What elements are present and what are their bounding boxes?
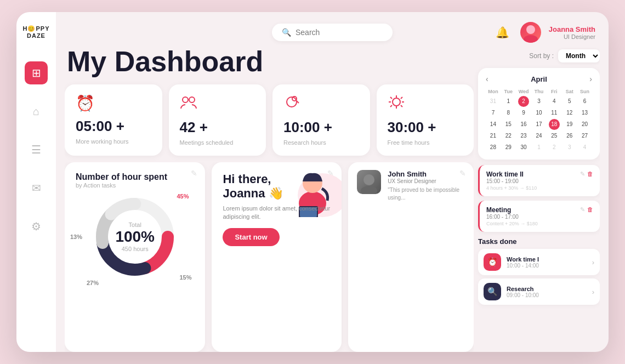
cal-day-header: Thu: [532, 88, 547, 95]
calendar-day[interactable]: 31: [486, 96, 501, 107]
chevron-icon[interactable]: ›: [592, 258, 594, 266]
calendar-day[interactable]: 30: [516, 142, 531, 153]
calendar-day[interactable]: 26: [562, 130, 577, 141]
profile-edit-icon[interactable]: ✎: [459, 169, 466, 178]
svg-point-3: [189, 97, 195, 103]
page-title: My Dashboard: [67, 47, 474, 76]
svg-point-1: [524, 35, 538, 43]
donut-hours: 450 hours: [115, 246, 155, 252]
tasks-title: Tasks done: [478, 237, 600, 246]
header: 🔍 🔔 Joanna Smith UI Designer: [56, 12, 609, 43]
calendar-day[interactable]: 12: [562, 107, 577, 118]
calendar-day[interactable]: 3: [562, 142, 577, 153]
settings-icon: ⚙: [31, 220, 41, 233]
svg-line-12: [390, 97, 392, 99]
user-name: Joanna Smith: [549, 25, 595, 33]
notification-bell[interactable]: 🔔: [493, 22, 513, 42]
calendar-day[interactable]: 22: [501, 130, 516, 141]
chevron-icon[interactable]: ›: [592, 288, 594, 296]
calendar-day[interactable]: 3: [532, 96, 547, 107]
profile-card: ✎ John Smith UX Senior Designer "This pr…: [348, 162, 474, 352]
stat-label-1: Meetings scheduled: [180, 139, 255, 146]
user-role: UI Designer: [549, 33, 595, 40]
stat-card-2: 10:00 + Research hours: [272, 84, 370, 156]
calendar-card: ‹ April › MonTueWedThuFriSatSun311234567…: [478, 68, 600, 160]
sidebar-item-tasks[interactable]: ☰: [25, 138, 48, 161]
calendar-day[interactable]: 29: [501, 142, 516, 153]
calendar-day[interactable]: 10: [532, 107, 547, 118]
schedule-edit[interactable]: ✎: [580, 170, 585, 178]
sidebar-item-settings[interactable]: ⚙: [25, 215, 48, 238]
sidebar-item-dashboard[interactable]: ⊞: [25, 61, 48, 84]
schedule-item: Work time II 15:00 - 19:00 4 hours + 30%…: [478, 165, 600, 196]
calendar-day[interactable]: 15: [501, 119, 516, 130]
schedule-delete[interactable]: 🗑: [587, 206, 593, 213]
calendar-day[interactable]: 6: [577, 96, 592, 107]
sort-label: Sort by :: [529, 52, 554, 60]
calendar-day[interactable]: 1: [501, 96, 516, 107]
calendar-day[interactable]: 25: [547, 130, 561, 141]
calendar-day[interactable]: 18: [549, 119, 560, 130]
calendar-day[interactable]: 14: [486, 119, 501, 130]
cal-day-header: Mon: [486, 88, 501, 95]
stat-icon-0: ⏰: [76, 94, 151, 112]
schedule-delete[interactable]: 🗑: [587, 170, 593, 178]
search-bar[interactable]: 🔍: [272, 24, 393, 41]
calendar-day[interactable]: 13: [577, 107, 592, 118]
calendar-next[interactable]: ›: [589, 75, 592, 83]
stats-row: ⏰ 05:00 + More working hours: [65, 84, 474, 156]
task-item: ⏰ Work time I 10:00 - 14:00 ›: [478, 249, 600, 275]
schedule-title: Meeting: [486, 206, 538, 214]
calendar-day[interactable]: 21: [486, 130, 501, 141]
task-time: 09:00 - 10:00: [507, 292, 587, 298]
edit-icon[interactable]: ✎: [191, 169, 197, 178]
sidebar-item-home[interactable]: ⌂: [25, 100, 48, 123]
calendar-day[interactable]: 24: [532, 130, 547, 141]
user-info: Joanna Smith UI Designer: [549, 25, 595, 40]
cal-day-header: Tue: [501, 88, 516, 95]
sidebar-nav: ⊞ ⌂ ☰ ✉ ⚙: [25, 61, 48, 238]
calendar-day[interactable]: 2: [547, 142, 561, 153]
calendar-day[interactable]: 20: [577, 119, 592, 130]
calendar-day[interactable]: 28: [486, 142, 501, 153]
calendar-day[interactable]: 9: [516, 107, 531, 118]
svg-point-7: [393, 98, 400, 106]
cal-day-header: Fri: [547, 88, 561, 95]
stat-card-0: ⏰ 05:00 + More working hours: [65, 84, 162, 156]
calendar-day[interactable]: 27: [577, 130, 592, 141]
search-input[interactable]: [296, 28, 383, 37]
stat-icon-2: [283, 94, 359, 113]
cal-day-header: Wed: [516, 88, 531, 95]
schedule-edit[interactable]: ✎: [580, 206, 585, 213]
task-info: Work time I 10:00 - 14:00: [507, 256, 587, 269]
task-icon: ⏰: [484, 253, 501, 271]
app-container: H😊PPYDAZE ⊞ ⌂ ☰ ✉ ⚙ �: [16, 12, 609, 352]
calendar-day[interactable]: 1: [532, 142, 547, 153]
calendar-day[interactable]: 2: [518, 96, 529, 107]
calendar-day[interactable]: 4: [577, 142, 592, 153]
task-item: 🔍 Research 09:00 - 10:00 ›: [478, 278, 600, 305]
calendar-day[interactable]: 17: [532, 119, 547, 130]
chart-card: ✎ Number of hour spent by Action tasks: [65, 162, 205, 352]
calendar-prev[interactable]: ‹: [486, 75, 488, 83]
calendar-day[interactable]: 11: [547, 107, 561, 118]
calendar-day[interactable]: 8: [501, 107, 516, 118]
calendar-day[interactable]: 5: [562, 96, 577, 107]
sidebar-item-messages[interactable]: ✉: [25, 177, 48, 200]
calendar-day[interactable]: 16: [516, 119, 531, 130]
content-area: My Dashboard ⏰ 05:00 + More working hour…: [56, 43, 609, 352]
start-now-button[interactable]: Start now: [223, 228, 279, 246]
calendar-day[interactable]: 4: [547, 96, 561, 107]
calendar-day[interactable]: 7: [486, 107, 501, 118]
header-center: 🔍: [245, 24, 420, 41]
calendar-grid: MonTueWedThuFriSatSun3112345678910111213…: [486, 88, 592, 153]
profile-name: John Smith: [388, 170, 465, 178]
chart-subtitle: by Action tasks: [76, 182, 194, 189]
schedule-detail: Content + 20% → $180: [486, 221, 538, 226]
calendar-day[interactable]: 19: [562, 119, 577, 130]
calendar-day[interactable]: 23: [516, 130, 531, 141]
sort-select[interactable]: Month Day Week Year: [558, 49, 600, 62]
tasks-list: ⏰ Work time I 10:00 - 14:00 › 🔍 Research…: [478, 249, 600, 305]
sort-row: Sort by : Month Day Week Year: [478, 47, 600, 62]
greeting-card: ✎: [212, 162, 342, 352]
